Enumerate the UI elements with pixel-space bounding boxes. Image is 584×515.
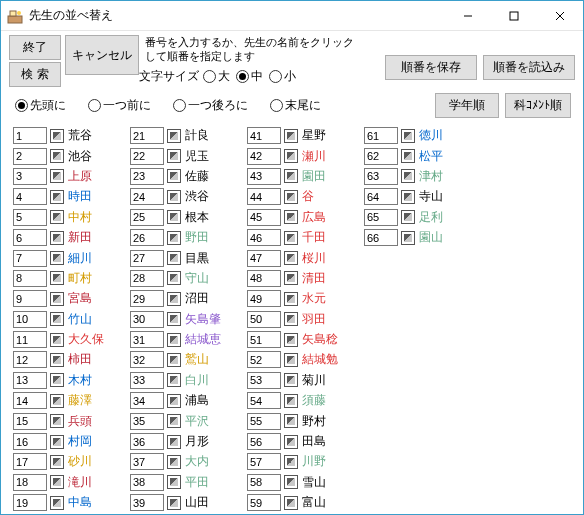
- teacher-icon[interactable]: [284, 333, 298, 347]
- order-input[interactable]: [130, 331, 164, 348]
- teacher-icon[interactable]: [284, 251, 298, 265]
- order-input[interactable]: [130, 290, 164, 307]
- pos-tail-radio[interactable]: 末尾に: [270, 97, 321, 114]
- teacher-name[interactable]: 荒谷: [68, 127, 92, 144]
- teacher-icon[interactable]: [50, 190, 64, 204]
- teacher-icon[interactable]: [50, 475, 64, 489]
- teacher-icon[interactable]: [50, 414, 64, 428]
- teacher-name[interactable]: 新田: [68, 229, 92, 246]
- teacher-name[interactable]: 鷲山: [185, 351, 209, 368]
- order-input[interactable]: [13, 188, 47, 205]
- teacher-icon[interactable]: [50, 333, 64, 347]
- teacher-icon[interactable]: [167, 312, 181, 326]
- order-input[interactable]: [13, 148, 47, 165]
- teacher-icon[interactable]: [167, 455, 181, 469]
- teacher-name[interactable]: 村岡: [68, 433, 92, 450]
- order-input[interactable]: [130, 148, 164, 165]
- teacher-icon[interactable]: [50, 231, 64, 245]
- teacher-name[interactable]: 池谷: [68, 148, 92, 165]
- order-input[interactable]: [247, 229, 281, 246]
- order-input[interactable]: [130, 168, 164, 185]
- teacher-icon[interactable]: [284, 271, 298, 285]
- order-input[interactable]: [247, 270, 281, 287]
- teacher-name[interactable]: 根本: [185, 209, 209, 226]
- teacher-name[interactable]: 川野: [302, 453, 326, 470]
- teacher-icon[interactable]: [167, 475, 181, 489]
- teacher-icon[interactable]: [284, 312, 298, 326]
- order-input[interactable]: [130, 413, 164, 430]
- teacher-name[interactable]: 柿田: [68, 351, 92, 368]
- teacher-name[interactable]: 園山: [419, 229, 443, 246]
- teacher-icon[interactable]: [50, 251, 64, 265]
- teacher-icon[interactable]: [167, 251, 181, 265]
- order-input[interactable]: [247, 392, 281, 409]
- order-input[interactable]: [247, 413, 281, 430]
- teacher-name[interactable]: 田島: [302, 433, 326, 450]
- pos-head-radio[interactable]: 先頭に: [15, 97, 66, 114]
- pos-prev-radio[interactable]: 一つ前に: [88, 97, 151, 114]
- order-input[interactable]: [13, 331, 47, 348]
- teacher-name[interactable]: 雪山: [302, 474, 326, 491]
- order-input[interactable]: [247, 474, 281, 491]
- order-input[interactable]: [130, 188, 164, 205]
- teacher-icon[interactable]: [167, 353, 181, 367]
- teacher-name[interactable]: 松平: [419, 148, 443, 165]
- teacher-icon[interactable]: [50, 394, 64, 408]
- search-button[interactable]: 検 索: [9, 62, 61, 87]
- teacher-name[interactable]: 結城勉: [302, 351, 338, 368]
- teacher-name[interactable]: 谷: [302, 188, 314, 205]
- teacher-icon[interactable]: [167, 496, 181, 510]
- order-input[interactable]: [364, 168, 398, 185]
- order-input[interactable]: [13, 209, 47, 226]
- pos-next-radio[interactable]: 一つ後ろに: [173, 97, 248, 114]
- order-input[interactable]: [364, 188, 398, 205]
- order-input[interactable]: [130, 474, 164, 491]
- teacher-icon[interactable]: [167, 169, 181, 183]
- teacher-icon[interactable]: [284, 475, 298, 489]
- teacher-icon[interactable]: [167, 373, 181, 387]
- teacher-icon[interactable]: [50, 129, 64, 143]
- teacher-icon[interactable]: [284, 435, 298, 449]
- teacher-icon[interactable]: [167, 394, 181, 408]
- order-input[interactable]: [247, 148, 281, 165]
- comment-order-button[interactable]: 科ｺﾒﾝﾄ順: [505, 93, 571, 118]
- order-input[interactable]: [247, 209, 281, 226]
- font-medium-radio[interactable]: 中: [236, 68, 263, 85]
- order-input[interactable]: [247, 127, 281, 144]
- order-input[interactable]: [13, 290, 47, 307]
- teacher-name[interactable]: 白川: [185, 372, 209, 389]
- order-input[interactable]: [247, 331, 281, 348]
- teacher-name[interactable]: 渋谷: [185, 188, 209, 205]
- teacher-name[interactable]: 野田: [185, 229, 209, 246]
- cancel-button[interactable]: キャンセル: [65, 35, 139, 75]
- teacher-icon[interactable]: [284, 394, 298, 408]
- teacher-icon[interactable]: [50, 353, 64, 367]
- maximize-button[interactable]: [491, 1, 537, 31]
- teacher-name[interactable]: 広島: [302, 209, 326, 226]
- teacher-name[interactable]: 中村: [68, 209, 92, 226]
- teacher-name[interactable]: 中島: [68, 494, 92, 511]
- teacher-icon[interactable]: [50, 455, 64, 469]
- teacher-name[interactable]: 大内: [185, 453, 209, 470]
- order-input[interactable]: [247, 372, 281, 389]
- teacher-name[interactable]: 目黒: [185, 250, 209, 267]
- order-input[interactable]: [247, 168, 281, 185]
- teacher-name[interactable]: 滝川: [68, 474, 92, 491]
- teacher-name[interactable]: 宮島: [68, 290, 92, 307]
- teacher-icon[interactable]: [167, 414, 181, 428]
- order-input[interactable]: [247, 290, 281, 307]
- teacher-icon[interactable]: [50, 292, 64, 306]
- order-input[interactable]: [247, 494, 281, 511]
- teacher-icon[interactable]: [50, 435, 64, 449]
- teacher-icon[interactable]: [167, 149, 181, 163]
- order-input[interactable]: [130, 127, 164, 144]
- teacher-icon[interactable]: [167, 271, 181, 285]
- order-input[interactable]: [13, 250, 47, 267]
- order-input[interactable]: [130, 494, 164, 511]
- teacher-name[interactable]: 山田: [185, 494, 209, 511]
- load-order-button[interactable]: 順番を読込み: [483, 55, 575, 80]
- teacher-name[interactable]: 大久保: [68, 331, 104, 348]
- save-order-button[interactable]: 順番を保存: [385, 55, 477, 80]
- close-button[interactable]: [537, 1, 583, 31]
- teacher-icon[interactable]: [50, 312, 64, 326]
